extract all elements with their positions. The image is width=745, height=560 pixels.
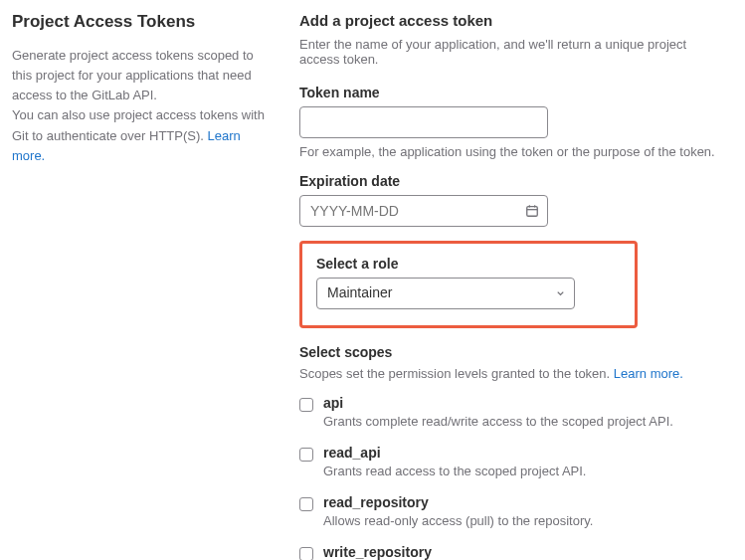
scope-item: read_repository Allows read-only access …: [299, 494, 723, 528]
scope-name: read_repository: [323, 494, 723, 510]
page-title: Project Access Tokens: [12, 12, 276, 32]
scope-checkbox-read-repository[interactable]: [299, 497, 313, 511]
scope-item: api Grants complete read/write access to…: [299, 395, 723, 429]
scope-checkbox-write-repository[interactable]: [299, 547, 313, 560]
section-heading: Add a project access token: [299, 12, 723, 29]
scope-item: write_repository Allows read-write acces…: [299, 544, 723, 560]
section-intro: Enter the name of your application, and …: [299, 37, 723, 67]
scopes-section: Select scopes Scopes set the permission …: [299, 344, 723, 381]
scope-desc: Grants complete read/write access to the…: [323, 414, 723, 429]
role-label: Select a role: [316, 256, 621, 272]
scope-name: write_repository: [323, 544, 723, 560]
token-name-field: Token name For example, the application …: [299, 85, 723, 159]
scope-name: read_api: [323, 445, 723, 461]
token-name-helper: For example, the application using the t…: [299, 144, 723, 159]
token-name-input[interactable]: [299, 106, 548, 138]
left-desc-line1: Generate project access tokens scoped to…: [12, 48, 254, 102]
scope-desc: Grants read access to the scoped project…: [323, 464, 723, 478]
expiration-field: Expiration date: [299, 173, 723, 227]
scope-name: api: [323, 395, 723, 411]
expiration-input[interactable]: [299, 195, 548, 227]
scopes-learn-more-link[interactable]: Learn more.: [614, 366, 683, 381]
role-select[interactable]: Maintainer: [316, 278, 575, 309]
token-name-label: Token name: [299, 85, 723, 100]
scope-checkbox-read-api[interactable]: [299, 448, 313, 462]
scope-checkbox-api[interactable]: [299, 398, 313, 412]
expiration-label: Expiration date: [299, 173, 723, 189]
scope-desc: Allows read-only access (pull) to the re…: [323, 513, 723, 528]
role-highlight-box: Select a role Maintainer: [299, 241, 638, 328]
scopes-intro-text: Scopes set the permission levels granted…: [299, 366, 723, 381]
scope-item: read_api Grants read access to the scope…: [299, 445, 723, 478]
scopes-label: Select scopes: [299, 344, 723, 360]
left-description: Generate project access tokens scoped to…: [12, 46, 276, 166]
